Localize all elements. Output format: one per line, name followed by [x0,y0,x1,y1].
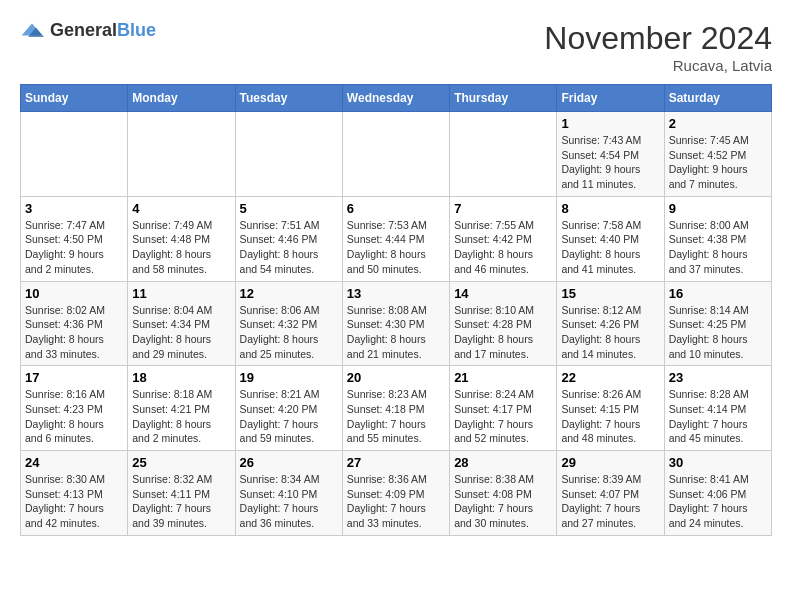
calendar-cell [342,112,449,197]
calendar-cell: 29Sunrise: 8:39 AM Sunset: 4:07 PM Dayli… [557,451,664,536]
day-number: 28 [454,455,552,470]
calendar-week-3: 10Sunrise: 8:02 AM Sunset: 4:36 PM Dayli… [21,281,772,366]
day-number: 8 [561,201,659,216]
calendar-cell: 6Sunrise: 7:53 AM Sunset: 4:44 PM Daylig… [342,196,449,281]
calendar-table: SundayMondayTuesdayWednesdayThursdayFrid… [20,84,772,536]
calendar-cell: 15Sunrise: 8:12 AM Sunset: 4:26 PM Dayli… [557,281,664,366]
day-number: 23 [669,370,767,385]
day-info: Sunrise: 7:47 AM Sunset: 4:50 PM Dayligh… [25,218,123,277]
day-number: 30 [669,455,767,470]
calendar-cell: 1Sunrise: 7:43 AM Sunset: 4:54 PM Daylig… [557,112,664,197]
day-info: Sunrise: 8:24 AM Sunset: 4:17 PM Dayligh… [454,387,552,446]
day-info: Sunrise: 8:26 AM Sunset: 4:15 PM Dayligh… [561,387,659,446]
logo-blue: Blue [117,20,156,40]
day-number: 25 [132,455,230,470]
calendar-cell: 2Sunrise: 7:45 AM Sunset: 4:52 PM Daylig… [664,112,771,197]
day-info: Sunrise: 8:12 AM Sunset: 4:26 PM Dayligh… [561,303,659,362]
day-number: 6 [347,201,445,216]
calendar-cell: 17Sunrise: 8:16 AM Sunset: 4:23 PM Dayli… [21,366,128,451]
calendar-cell: 4Sunrise: 7:49 AM Sunset: 4:48 PM Daylig… [128,196,235,281]
logo-icon [20,21,44,41]
calendar-cell: 16Sunrise: 8:14 AM Sunset: 4:25 PM Dayli… [664,281,771,366]
weekday-header-thursday: Thursday [450,85,557,112]
weekday-header-friday: Friday [557,85,664,112]
calendar-cell: 21Sunrise: 8:24 AM Sunset: 4:17 PM Dayli… [450,366,557,451]
calendar-cell: 19Sunrise: 8:21 AM Sunset: 4:20 PM Dayli… [235,366,342,451]
day-number: 18 [132,370,230,385]
calendar-cell: 23Sunrise: 8:28 AM Sunset: 4:14 PM Dayli… [664,366,771,451]
calendar-cell: 9Sunrise: 8:00 AM Sunset: 4:38 PM Daylig… [664,196,771,281]
day-number: 11 [132,286,230,301]
day-info: Sunrise: 7:51 AM Sunset: 4:46 PM Dayligh… [240,218,338,277]
day-info: Sunrise: 8:34 AM Sunset: 4:10 PM Dayligh… [240,472,338,531]
day-number: 22 [561,370,659,385]
day-number: 29 [561,455,659,470]
calendar-week-1: 1Sunrise: 7:43 AM Sunset: 4:54 PM Daylig… [21,112,772,197]
day-info: Sunrise: 8:10 AM Sunset: 4:28 PM Dayligh… [454,303,552,362]
day-info: Sunrise: 8:41 AM Sunset: 4:06 PM Dayligh… [669,472,767,531]
weekday-header-monday: Monday [128,85,235,112]
calendar-cell: 7Sunrise: 7:55 AM Sunset: 4:42 PM Daylig… [450,196,557,281]
day-info: Sunrise: 8:04 AM Sunset: 4:34 PM Dayligh… [132,303,230,362]
day-info: Sunrise: 8:14 AM Sunset: 4:25 PM Dayligh… [669,303,767,362]
day-number: 3 [25,201,123,216]
calendar-cell: 25Sunrise: 8:32 AM Sunset: 4:11 PM Dayli… [128,451,235,536]
day-number: 27 [347,455,445,470]
calendar-cell: 28Sunrise: 8:38 AM Sunset: 4:08 PM Dayli… [450,451,557,536]
day-info: Sunrise: 8:06 AM Sunset: 4:32 PM Dayligh… [240,303,338,362]
calendar-cell: 24Sunrise: 8:30 AM Sunset: 4:13 PM Dayli… [21,451,128,536]
month-title: November 2024 [544,20,772,57]
calendar-cell [235,112,342,197]
logo-general: General [50,20,117,40]
calendar-cell: 8Sunrise: 7:58 AM Sunset: 4:40 PM Daylig… [557,196,664,281]
calendar-cell [450,112,557,197]
weekday-header-sunday: Sunday [21,85,128,112]
day-number: 10 [25,286,123,301]
day-number: 20 [347,370,445,385]
day-number: 14 [454,286,552,301]
calendar-cell: 13Sunrise: 8:08 AM Sunset: 4:30 PM Dayli… [342,281,449,366]
calendar-header-row: SundayMondayTuesdayWednesdayThursdayFrid… [21,85,772,112]
calendar-cell: 18Sunrise: 8:18 AM Sunset: 4:21 PM Dayli… [128,366,235,451]
day-number: 21 [454,370,552,385]
day-number: 17 [25,370,123,385]
day-number: 15 [561,286,659,301]
day-info: Sunrise: 8:00 AM Sunset: 4:38 PM Dayligh… [669,218,767,277]
day-number: 26 [240,455,338,470]
day-number: 2 [669,116,767,131]
calendar-cell: 12Sunrise: 8:06 AM Sunset: 4:32 PM Dayli… [235,281,342,366]
day-info: Sunrise: 7:43 AM Sunset: 4:54 PM Dayligh… [561,133,659,192]
calendar-week-2: 3Sunrise: 7:47 AM Sunset: 4:50 PM Daylig… [21,196,772,281]
day-number: 4 [132,201,230,216]
calendar-week-4: 17Sunrise: 8:16 AM Sunset: 4:23 PM Dayli… [21,366,772,451]
calendar-week-5: 24Sunrise: 8:30 AM Sunset: 4:13 PM Dayli… [21,451,772,536]
day-number: 13 [347,286,445,301]
calendar-cell: 11Sunrise: 8:04 AM Sunset: 4:34 PM Dayli… [128,281,235,366]
day-number: 5 [240,201,338,216]
logo-text: GeneralBlue [50,20,156,41]
weekday-header-wednesday: Wednesday [342,85,449,112]
day-number: 7 [454,201,552,216]
calendar-cell: 30Sunrise: 8:41 AM Sunset: 4:06 PM Dayli… [664,451,771,536]
day-info: Sunrise: 8:02 AM Sunset: 4:36 PM Dayligh… [25,303,123,362]
day-number: 1 [561,116,659,131]
calendar-cell: 5Sunrise: 7:51 AM Sunset: 4:46 PM Daylig… [235,196,342,281]
day-info: Sunrise: 7:53 AM Sunset: 4:44 PM Dayligh… [347,218,445,277]
day-number: 24 [25,455,123,470]
page-header: GeneralBlue November 2024 Rucava, Latvia [20,20,772,74]
calendar-cell: 27Sunrise: 8:36 AM Sunset: 4:09 PM Dayli… [342,451,449,536]
calendar-cell [128,112,235,197]
calendar-cell: 20Sunrise: 8:23 AM Sunset: 4:18 PM Dayli… [342,366,449,451]
day-info: Sunrise: 8:18 AM Sunset: 4:21 PM Dayligh… [132,387,230,446]
location: Rucava, Latvia [544,57,772,74]
day-number: 16 [669,286,767,301]
calendar-cell [21,112,128,197]
day-info: Sunrise: 7:55 AM Sunset: 4:42 PM Dayligh… [454,218,552,277]
day-info: Sunrise: 8:30 AM Sunset: 4:13 PM Dayligh… [25,472,123,531]
weekday-header-tuesday: Tuesday [235,85,342,112]
day-info: Sunrise: 8:39 AM Sunset: 4:07 PM Dayligh… [561,472,659,531]
weekday-header-saturday: Saturday [664,85,771,112]
day-number: 9 [669,201,767,216]
day-info: Sunrise: 7:45 AM Sunset: 4:52 PM Dayligh… [669,133,767,192]
day-number: 19 [240,370,338,385]
